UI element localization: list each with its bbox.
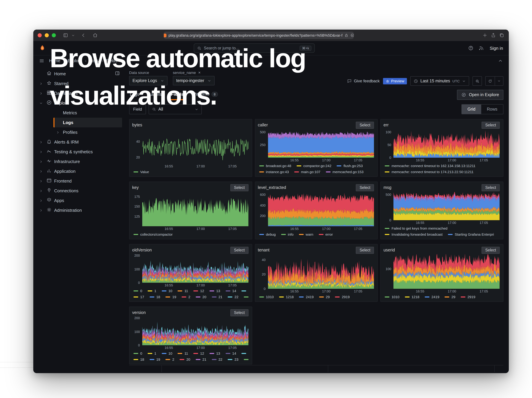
refresh-button[interactable]: [485, 76, 503, 86]
select-button[interactable]: Select: [481, 184, 500, 191]
legend-item[interactable]: 23: [228, 357, 238, 361]
legend-item[interactable]: 2419: [425, 295, 439, 299]
legend-item[interactable]: 12: [194, 351, 204, 355]
legend-item[interactable]: 1: [148, 351, 156, 355]
tabs-icon[interactable]: [499, 33, 504, 38]
legend-item[interactable]: 15: [242, 351, 248, 355]
minimize-window-button[interactable]: [45, 33, 49, 37]
close-window-button[interactable]: [38, 33, 42, 37]
legend-item[interactable]: warn: [299, 232, 313, 236]
legend-item[interactable]: 22: [228, 295, 238, 299]
legend-item[interactable]: 0: [133, 289, 142, 293]
legend-item[interactable]: memcache: connect timeout to 162.134.158…: [385, 164, 475, 168]
legend-item[interactable]: 11: [178, 351, 188, 355]
legend-item[interactable]: broadcast.go:48: [259, 164, 291, 168]
legend-item[interactable]: Value: [133, 170, 149, 174]
legend-item[interactable]: 2919: [461, 295, 475, 299]
legend-item[interactable]: 23: [244, 295, 248, 299]
plot-area[interactable]: [268, 129, 374, 158]
select-button[interactable]: Select: [481, 247, 500, 254]
sidebar-item-infrastructure[interactable]: Infrastructure: [36, 157, 122, 166]
legend-item[interactable]: flush.go:253: [337, 164, 363, 168]
legend-item[interactable]: memcached.go:153: [326, 170, 363, 174]
legend-item[interactable]: main.go:107: [294, 170, 321, 174]
share-icon[interactable]: [491, 33, 496, 38]
back-icon[interactable]: [81, 33, 86, 38]
plot-area[interactable]: [142, 254, 248, 283]
legend-item[interactable]: 1218: [279, 295, 294, 299]
legend-item[interactable]: 1: [148, 289, 156, 293]
select-button[interactable]: Select: [230, 184, 248, 191]
legend-item[interactable]: info: [281, 232, 294, 236]
legend-item[interactable]: 10: [162, 351, 172, 355]
legend-item[interactable]: 29: [445, 295, 455, 299]
zoom-out-button[interactable]: [473, 76, 482, 86]
plot-area[interactable]: [268, 192, 374, 226]
legend-item[interactable]: instance.go:43: [259, 170, 289, 174]
open-in-explore-button[interactable]: Open in Explore: [457, 90, 503, 100]
plot-area[interactable]: [394, 254, 500, 289]
legend-item[interactable]: 0: [133, 351, 142, 355]
url-bar[interactable]: play.grafana.org/a/grafana-lokiexplore-a…: [164, 31, 354, 39]
select-button[interactable]: Select: [356, 184, 374, 191]
plot-area[interactable]: [142, 192, 248, 226]
plot-area[interactable]: [142, 317, 248, 345]
select-button[interactable]: Select: [230, 247, 248, 254]
plot-area[interactable]: [268, 254, 374, 289]
sidebar-item-apps[interactable]: Apps: [36, 196, 122, 205]
home-icon[interactable]: [93, 33, 98, 38]
legend-item[interactable]: 12: [194, 289, 204, 293]
sidebar-item-administration[interactable]: Administration: [36, 205, 122, 215]
legend-item[interactable]: 21: [212, 295, 222, 299]
legend-item[interactable]: 19: [166, 295, 176, 299]
legend-item[interactable]: 22: [212, 357, 222, 361]
select-button[interactable]: Select: [230, 309, 248, 316]
sidebar-item-testing-synthetics[interactable]: Testing & synthetics: [36, 147, 122, 157]
give-feedback-button[interactable]: Give feedback: [347, 79, 380, 83]
sidebar-toggle-icon[interactable]: [63, 33, 68, 38]
legend-item[interactable]: memcache: connect timeout to 174.213.22.…: [385, 170, 474, 174]
select-button[interactable]: Select: [356, 247, 374, 254]
new-tab-icon[interactable]: [482, 33, 488, 38]
legend-item[interactable]: error: [319, 232, 333, 236]
legend-item[interactable]: 14: [226, 289, 236, 293]
sidebar-item-connections[interactable]: Connections: [36, 186, 122, 196]
select-button[interactable]: Select: [356, 122, 374, 129]
chevron-down-icon[interactable]: [71, 33, 75, 37]
sidebar-item-application[interactable]: Application: [36, 166, 122, 176]
legend-item[interactable]: 13: [209, 289, 220, 293]
legend-item[interactable]: 1010: [259, 295, 274, 299]
legend-item[interactable]: 24: [244, 357, 248, 361]
legend-item[interactable]: 18: [133, 357, 144, 361]
zoom-window-button[interactable]: [52, 33, 56, 37]
rows-toggle[interactable]: Rows: [481, 105, 503, 114]
plot-area[interactable]: [394, 192, 500, 220]
legend-item[interactable]: 17: [133, 295, 144, 299]
select-button[interactable]: Select: [481, 122, 500, 129]
time-range-picker[interactable]: Last 15 minutes UTC: [410, 76, 469, 86]
sidebar-item-logs[interactable]: Logs: [53, 118, 122, 127]
legend-item[interactable]: 29: [319, 295, 329, 299]
legend-item[interactable]: 21: [196, 357, 206, 361]
legend-item[interactable]: 14: [226, 351, 236, 355]
grafana-logo[interactable]: [39, 45, 46, 51]
legend-item[interactable]: compactor.go:242: [297, 164, 331, 168]
menu-icon[interactable]: [39, 58, 44, 63]
legend-item[interactable]: collectors/compactor: [133, 232, 173, 236]
legend-item[interactable]: debug: [259, 232, 276, 236]
legend-item[interactable]: 19: [150, 357, 160, 361]
legend-item[interactable]: 1010: [385, 295, 399, 299]
plot-area[interactable]: [394, 129, 500, 158]
legend-item[interactable]: 2919: [335, 295, 350, 299]
legend-item[interactable]: 20: [180, 357, 190, 361]
legend-item[interactable]: Failed to get keys from memcached: [385, 226, 448, 230]
collapse-chevron-icon[interactable]: [498, 58, 503, 63]
sign-in-button[interactable]: Sign in: [490, 46, 503, 50]
grid-toggle[interactable]: Grid: [462, 105, 481, 114]
legend-item[interactable]: 1218: [405, 295, 419, 299]
legend-item[interactable]: 20: [196, 295, 206, 299]
legend-item[interactable]: 18: [150, 295, 160, 299]
ellipsis-icon[interactable]: [351, 33, 354, 37]
plot-area[interactable]: [142, 129, 248, 164]
news-icon[interactable]: [479, 45, 484, 51]
